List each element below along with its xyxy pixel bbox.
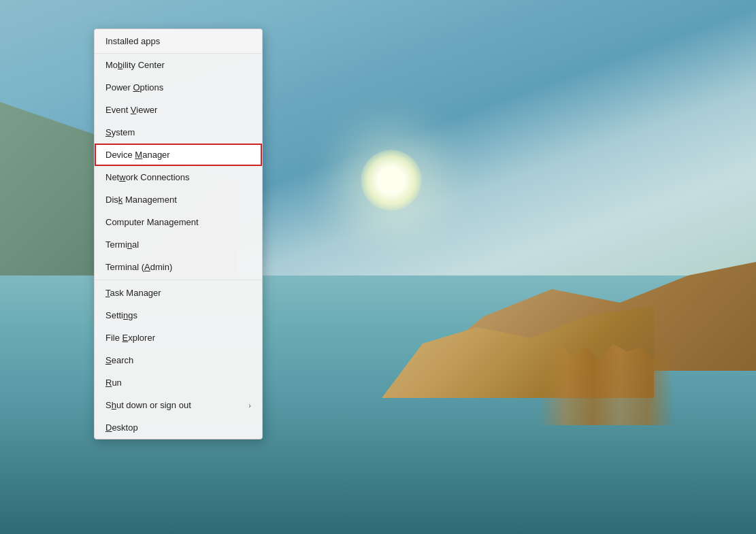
menu-item-settings[interactable]: Settings (95, 304, 262, 327)
menu-item-desktop[interactable]: Desktop (95, 416, 262, 439)
chevron-right-icon: › (248, 401, 251, 410)
menu-item-terminal[interactable]: Terminal (95, 233, 262, 256)
menu-item-shut-down[interactable]: Shut down or sign out › (95, 394, 262, 416)
menu-item-terminal-admin[interactable]: Terminal (Admin) (95, 256, 262, 278)
menu-divider-1 (95, 280, 262, 280)
menu-header: Installed apps (95, 29, 262, 54)
menu-item-file-explorer[interactable]: File Explorer (95, 327, 262, 349)
menu-item-task-manager[interactable]: Task Manager (95, 282, 262, 304)
sun (361, 150, 422, 211)
menu-item-power-options[interactable]: Power Options (95, 76, 262, 99)
menu-item-device-manager[interactable]: Device Manager (95, 144, 262, 166)
menu-item-computer-management[interactable]: Computer Management (95, 211, 262, 233)
menu-item-disk-management[interactable]: Disk Management (95, 188, 262, 211)
menu-item-mobility-center[interactable]: Mobility Center (95, 54, 262, 76)
menu-item-network-connections[interactable]: Network Connections (95, 166, 262, 188)
menu-item-search[interactable]: Search (95, 349, 262, 371)
context-menu: Installed apps Mobility Center Power Opt… (94, 29, 263, 439)
menu-item-event-viewer[interactable]: Event Viewer (95, 99, 262, 121)
menu-item-system[interactable]: System (95, 121, 262, 144)
menu-item-run[interactable]: Run (95, 371, 262, 394)
